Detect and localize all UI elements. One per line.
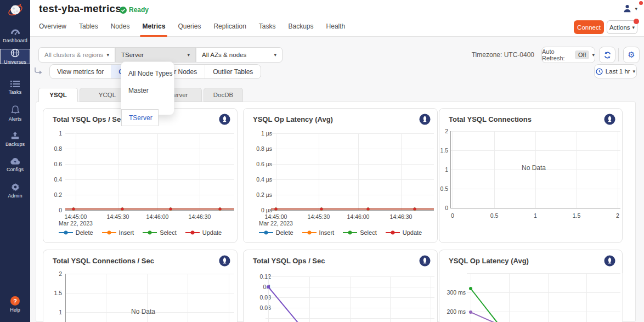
dropdown-option-tserver[interactable]: TServer [121,109,159,126]
tab-replication[interactable]: Replication [213,20,246,37]
view-metrics-label: View metrics for [50,65,111,78]
yugabyte-chart-icon[interactable] [604,255,615,267]
x-tick-label: 14:45:30 [107,213,129,220]
connect-button[interactable]: Connect [574,20,604,34]
legend-swatch [59,232,73,233]
actions-label: Actions [609,24,630,31]
y-tick-label: 0.4 [54,176,62,183]
chevron-down-icon: ▾ [632,25,635,30]
metrics-settings-button[interactable]: ⚙ [623,47,640,63]
legend-label: Delete [76,229,93,236]
sidebar-item-backups[interactable]: Backups [0,126,30,152]
legend-swatch [185,232,200,233]
chart-card-1: YSQL Op Latency (Avg)1 µs0.8 µs0.6 µs0.4… [243,108,438,243]
gridline [268,276,269,322]
tab-health[interactable]: Health [326,20,346,37]
legend-swatch [143,232,157,233]
divider [618,48,619,61]
sidebar-item-tasks[interactable]: Tasks [0,75,30,100]
legend-item-select[interactable]: Select [143,229,177,236]
gridline [106,274,106,322]
legend-item-update[interactable]: Update [185,229,222,236]
chevron-down-icon: ▾ [187,52,190,58]
tab-backups[interactable]: Backups [289,20,314,37]
y-tick-label: 0 [445,205,448,211]
backups-icon [10,131,20,140]
legend-item-delete[interactable]: Delete [59,229,93,236]
yugabyte-chart-icon[interactable] [219,255,230,267]
time-range-value: Last 1 hr [606,68,630,75]
gridline [467,312,620,312]
legend-swatch [386,232,400,233]
legend-item-insert[interactable]: Insert [102,229,134,236]
yugabyte-chart-icon[interactable] [604,114,615,125]
gridline [188,274,188,322]
yugabyte-logo-icon[interactable] [0,0,30,21]
y-tick-label: 1.5 [54,290,62,296]
x-tick-label: 14:45:30 [308,213,330,220]
gridline [200,133,200,210]
y-tick-label: 0.2 [54,191,62,198]
tab-tables[interactable]: Tables [79,20,98,37]
az-node-select[interactable]: All AZs & nodes ▾ [196,47,283,63]
universe-nav-tabs: OverviewTablesNodesMetricsQueriesReplica… [39,20,345,37]
gridline [276,133,276,210]
tab-overview[interactable]: Overview [39,20,66,37]
sidebar-item-configs[interactable]: Configs [0,152,30,178]
sidebar-item-help[interactable]: ? Help [0,296,30,313]
yugabyte-chart-icon[interactable] [219,114,230,125]
y-axis [65,274,66,322]
legend-label: Update [202,229,222,236]
sidebar-item-universes[interactable]: Universes [0,49,30,64]
help-icon: ? [10,296,20,306]
node-type-select[interactable]: TServer ▾ [115,47,196,63]
legend-item-update[interactable]: Update [386,229,422,236]
yugabyte-chart-icon[interactable] [419,114,431,125]
x-axis [450,208,620,208]
actions-button[interactable]: Actions ▾ [607,20,637,34]
y-tick-label: 1 [445,166,448,173]
sidebar-item-admin[interactable]: Admin [0,178,30,204]
refresh-button[interactable] [599,47,615,63]
legend-item-delete[interactable]: Delete [259,229,293,236]
time-range-button[interactable]: Last 1 hr ▾ [594,64,637,78]
gridline [65,293,234,293]
y-tick-label: 0.2 µs [256,191,272,198]
user-menu[interactable]: ▾ [623,4,637,13]
gridline [271,149,434,149]
tab-queries[interactable]: Queries [178,20,201,37]
legend-item-select[interactable]: Select [343,229,377,236]
cluster-region-select[interactable]: All clusters & regions ▾ [38,47,115,63]
gridline [65,179,234,180]
chart-legend: DeleteInsertSelectUpdate [244,229,437,236]
metric-tab-docdb[interactable]: DocDB [204,88,243,102]
metric-tab-ysql[interactable]: YSQL [38,88,78,102]
dropdown-option-master[interactable]: Master [121,82,174,99]
y-tick-label: 0.5 [440,185,448,192]
sidebar-item-label: Dashboard [3,38,27,43]
chart-title: Total YSQL Ops / Sec [53,115,125,123]
sidebar-item-label: Admin [8,193,22,199]
y-tick-label: 1 [59,130,62,137]
gridline [471,273,471,322]
chart-card-5: YSQL Op Latency (Avg)300 ms200 ms [439,250,623,322]
view-option-outlier-tables[interactable]: Outlier Tables [205,65,261,78]
tab-metrics[interactable]: Metrics [142,20,165,37]
sidebar-item-alerts[interactable]: Alerts [0,100,30,126]
legend-item-insert[interactable]: Insert [302,229,335,236]
gridline [467,292,620,293]
gridline [271,179,434,180]
tab-nodes[interactable]: Nodes [111,20,130,37]
az-node-value: All AZs & nodes [202,52,246,58]
y-tick-label: 2 [445,128,448,134]
sidebar-item-label: Tasks [9,89,22,95]
auto-refresh-control[interactable]: Auto Refresh: Off ▾ [541,47,595,63]
return-arrow-icon [34,67,43,75]
tab-tasks[interactable]: Tasks [259,20,276,37]
x-tick-label: 1 [534,212,537,219]
chart-title: Total YSQL Connections [449,115,532,123]
yugabyte-chart-icon[interactable] [419,255,431,267]
sidebar-item-dashboard[interactable]: Dashboard [0,23,30,49]
gear-icon: ⚙ [628,50,635,60]
dropdown-option-all-node-types[interactable]: All Node Types [121,65,174,82]
